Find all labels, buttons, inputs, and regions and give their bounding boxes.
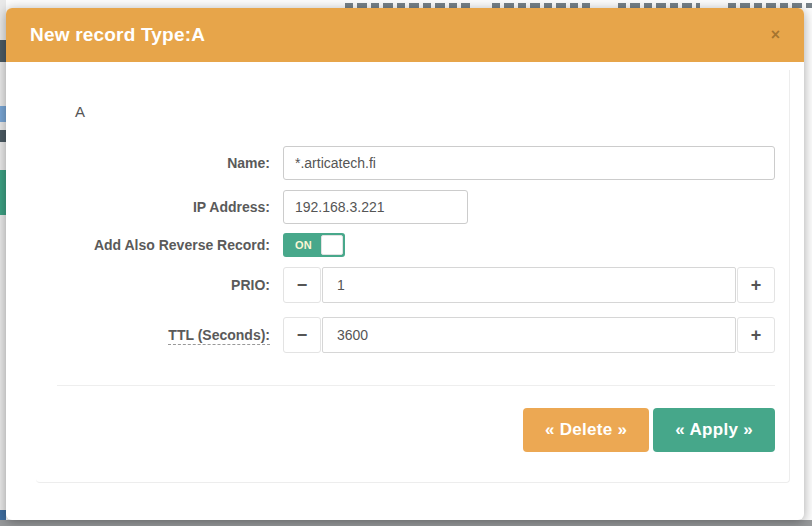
- reverse-record-row: Add Also Reverse Record: ON: [55, 233, 775, 257]
- ip-address-row: IP Address:: [55, 190, 775, 224]
- ttl-increment-button[interactable]: +: [737, 317, 775, 353]
- close-icon[interactable]: ×: [771, 27, 780, 43]
- ip-address-input[interactable]: [283, 190, 468, 224]
- prio-row: PRIO: − +: [55, 267, 775, 303]
- ip-address-label: IP Address:: [55, 199, 270, 215]
- prio-stepper: − +: [283, 267, 775, 303]
- name-input[interactable]: [283, 146, 775, 180]
- ttl-stepper: − +: [283, 317, 775, 353]
- background-page-top: [0, 0, 812, 8]
- action-buttons: « Delete » « Apply »: [523, 408, 775, 452]
- toggle-knob: [321, 235, 343, 255]
- ttl-input[interactable]: [322, 317, 736, 353]
- dialog-header: New record Type:A ×: [6, 8, 804, 62]
- prio-input[interactable]: [322, 267, 736, 303]
- ttl-decrement-button[interactable]: −: [283, 317, 321, 353]
- apply-button[interactable]: « Apply »: [653, 408, 775, 452]
- name-row: Name:: [55, 146, 775, 180]
- record-type-label: A: [75, 103, 85, 120]
- dialog-title: New record Type:A: [30, 24, 205, 46]
- name-label: Name:: [55, 155, 270, 171]
- ttl-row: TTL (Seconds): − +: [55, 317, 775, 353]
- toggle-on-label: ON: [283, 239, 312, 251]
- prio-increment-button[interactable]: +: [737, 267, 775, 303]
- background-page-bottom: [0, 520, 812, 526]
- reverse-record-label: Add Also Reverse Record:: [55, 237, 270, 253]
- footer-divider: [57, 385, 775, 386]
- prio-label: PRIO:: [55, 277, 270, 293]
- prio-decrement-button[interactable]: −: [283, 267, 321, 303]
- new-record-dialog: New record Type:A × A Name: IP Address: …: [6, 8, 804, 520]
- reverse-record-toggle[interactable]: ON: [283, 233, 345, 257]
- ttl-label: TTL (Seconds):: [55, 327, 270, 343]
- delete-button[interactable]: « Delete »: [523, 408, 649, 452]
